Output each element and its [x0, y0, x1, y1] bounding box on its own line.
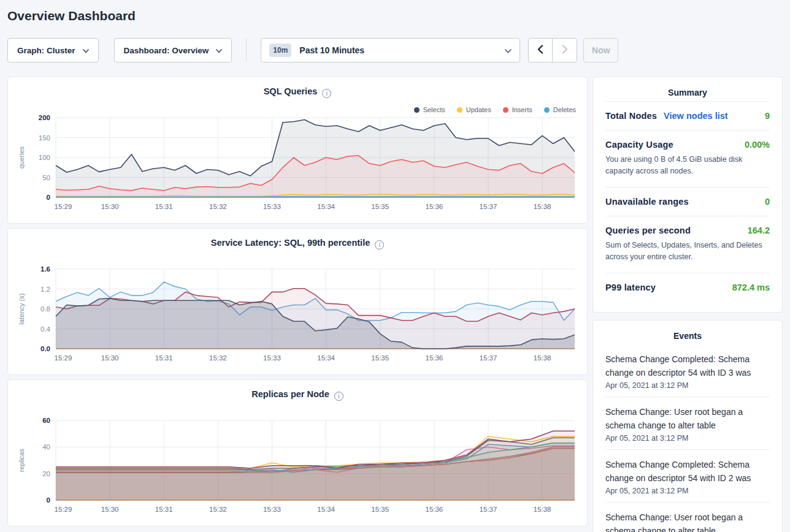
- p99-latency-value: 872.4 ms: [732, 283, 770, 292]
- svg-text:15:33: 15:33: [263, 354, 281, 362]
- svg-text:40: 40: [42, 443, 50, 450]
- svg-text:15:37: 15:37: [480, 506, 497, 513]
- svg-text:15:29: 15:29: [55, 203, 72, 210]
- svg-text:15:31: 15:31: [155, 354, 173, 362]
- unavailable-ranges-row: Unavailable ranges 0: [605, 187, 770, 216]
- graph-dropdown-label: Graph: Cluster: [17, 46, 75, 55]
- unavailable-ranges-label: Unavailable ranges: [605, 197, 689, 207]
- svg-text:15:34: 15:34: [317, 506, 335, 513]
- p99-latency-row: P99 latency 872.4 ms: [605, 273, 770, 302]
- svg-text:0.8: 0.8: [40, 305, 50, 313]
- total-nodes-row: Total Nodes View nodes list 9: [605, 101, 770, 130]
- chevron-left-icon: [537, 45, 543, 56]
- event-timestamp: Apr 05, 2021 at 3:12 PM: [605, 487, 770, 495]
- previous-range-button[interactable]: [529, 39, 553, 62]
- svg-text:0.0: 0.0: [40, 345, 50, 352]
- svg-text:latency (s): latency (s): [18, 294, 25, 325]
- svg-text:15:34: 15:34: [317, 354, 335, 362]
- svg-text:15:29: 15:29: [55, 354, 72, 362]
- time-range-badge: 10m: [269, 44, 291, 57]
- svg-text:15:37: 15:37: [480, 354, 497, 362]
- service-latency-card: Service Latency: SQL, 99th percentilei 1…: [7, 228, 588, 375]
- dashboard-dropdown-label: Dashboard: Overview: [124, 46, 209, 55]
- p99-latency-label: P99 latency: [605, 283, 656, 292]
- info-icon[interactable]: i: [375, 240, 384, 249]
- chevron-right-icon: [562, 45, 568, 56]
- queries-per-second-value: 164.2: [748, 226, 770, 235]
- queries-per-second-row: Queries per second 164.2 Sum of Selects,…: [605, 216, 770, 273]
- chevron-down-icon: [505, 45, 512, 56]
- svg-text:15:31: 15:31: [155, 506, 173, 513]
- svg-text:15:31: 15:31: [155, 203, 173, 210]
- event-item: Schema Change: User root began a schema …: [605, 397, 770, 449]
- events-panel: Events Schema Change Completed: Schema c…: [592, 320, 783, 532]
- svg-text:100: 100: [39, 154, 50, 161]
- chart-title-row: Replicas per Nodei: [8, 389, 587, 401]
- svg-text:150: 150: [39, 134, 50, 142]
- service-latency-title: Service Latency: SQL, 99th percentile: [211, 238, 370, 248]
- svg-text:1.6: 1.6: [40, 265, 50, 273]
- svg-text:0: 0: [47, 496, 50, 504]
- now-button[interactable]: Now: [583, 38, 618, 63]
- service-latency-chart[interactable]: 15:2915:3015:3115:3215:3315:3415:3515:36…: [14, 262, 582, 371]
- svg-text:15:34: 15:34: [317, 203, 335, 210]
- graph-dropdown[interactable]: Graph: Cluster: [7, 38, 99, 63]
- sql-queries-title: SQL Queries: [264, 86, 318, 96]
- chart-title-row: SQL Queriesi: [8, 86, 587, 98]
- svg-text:15:33: 15:33: [263, 203, 281, 210]
- time-range-picker[interactable]: 10m Past 10 Minutes: [261, 38, 520, 63]
- svg-text:15:37: 15:37: [480, 203, 497, 210]
- svg-text:15:36: 15:36: [425, 354, 443, 362]
- svg-text:0: 0: [47, 194, 50, 201]
- charts-column: SQL Queriesi SelectsUpdatesInsertsDelete…: [7, 77, 588, 531]
- svg-text:200: 200: [39, 114, 50, 121]
- svg-text:50: 50: [42, 174, 50, 181]
- info-icon[interactable]: i: [322, 89, 331, 98]
- svg-text:15:32: 15:32: [209, 354, 227, 362]
- next-range-button[interactable]: [553, 39, 577, 62]
- time-range-label: Past 10 Minutes: [299, 45, 364, 55]
- svg-text:20: 20: [42, 470, 50, 477]
- svg-text:15:36: 15:36: [425, 203, 443, 210]
- dashboard-dropdown[interactable]: Dashboard: Overview: [114, 38, 232, 63]
- svg-text:15:30: 15:30: [101, 203, 119, 210]
- event-timestamp: Apr 05, 2021 at 3:12 PM: [605, 434, 770, 443]
- event-item: Schema Change: User root began a schema …: [605, 502, 770, 532]
- svg-text:15:35: 15:35: [371, 354, 389, 362]
- toolbar: Graph: Cluster Dashboard: Overview 10m P…: [7, 38, 783, 63]
- sql-queries-chart[interactable]: 15:2915:3015:3115:3215:3315:3415:3515:36…: [14, 110, 582, 219]
- total-nodes-value: 9: [765, 111, 770, 121]
- events-list: Schema Change Completed: Schema change o…: [605, 344, 770, 532]
- svg-text:1.2: 1.2: [40, 286, 50, 293]
- svg-text:15:38: 15:38: [534, 506, 551, 513]
- main-content: SQL Queriesi SelectsUpdatesInsertsDelete…: [7, 77, 783, 532]
- time-step-buttons: [528, 38, 577, 63]
- svg-text:15:30: 15:30: [101, 354, 119, 362]
- event-item: Schema Change Completed: Schema change o…: [605, 449, 770, 502]
- summary-title: Summary: [605, 88, 770, 101]
- svg-text:60: 60: [42, 417, 50, 424]
- sql-queries-card: SQL Queriesi SelectsUpdatesInsertsDelete…: [7, 77, 588, 224]
- unavailable-ranges-value: 0: [765, 197, 770, 207]
- view-nodes-list-link[interactable]: View nodes list: [664, 111, 728, 121]
- svg-text:15:38: 15:38: [534, 203, 551, 210]
- queries-per-second-note: Sum of Selects, Updates, Inserts, and De…: [605, 240, 770, 264]
- capacity-usage-row: Capacity Usage 0.00% You are using 0 B o…: [605, 130, 770, 187]
- svg-text:15:29: 15:29: [55, 506, 72, 513]
- capacity-usage-note: You are using 0 B of 4.5 GiB usable disk…: [605, 154, 770, 178]
- info-icon[interactable]: i: [334, 392, 343, 401]
- replicas-per-node-card: Replicas per Nodei 15:2915:3015:3115:321…: [7, 379, 588, 526]
- event-timestamp: Apr 05, 2021 at 3:12 PM: [605, 381, 770, 390]
- event-text: Schema Change: User root began a schema …: [605, 511, 770, 532]
- svg-text:queries: queries: [18, 146, 25, 169]
- replicas-per-node-chart[interactable]: 15:2915:3015:3115:3215:3315:3415:3515:36…: [14, 413, 582, 522]
- svg-text:15:30: 15:30: [101, 506, 119, 513]
- replicas-per-node-title: Replicas per Node: [251, 389, 329, 399]
- event-text: Schema Change Completed: Schema change o…: [605, 352, 770, 379]
- toolbar-divider: [246, 39, 247, 62]
- svg-text:15:32: 15:32: [209, 506, 227, 513]
- queries-per-second-label: Queries per second: [605, 226, 691, 235]
- svg-text:15:32: 15:32: [209, 203, 227, 210]
- events-title: Events: [605, 331, 770, 344]
- page-title: Overview Dashboard: [0, 0, 790, 23]
